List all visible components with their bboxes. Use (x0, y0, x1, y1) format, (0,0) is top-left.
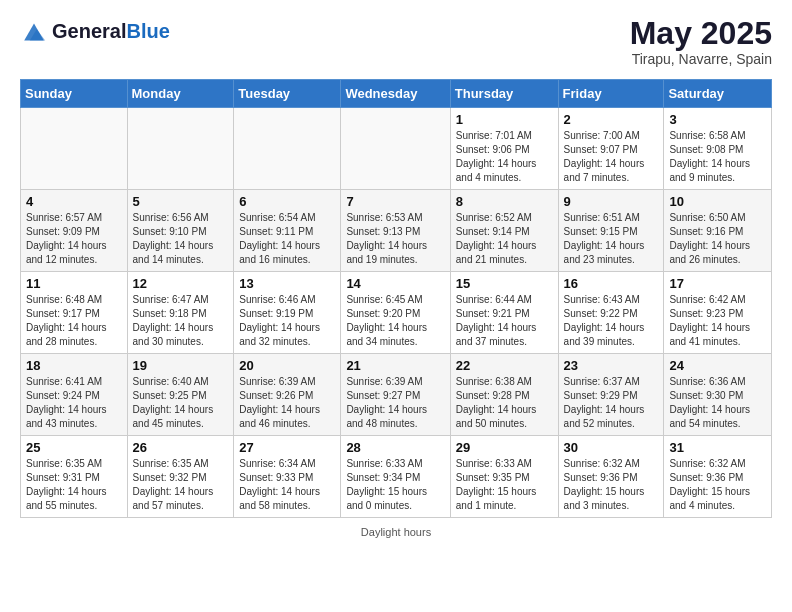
calendar-cell: 16Sunrise: 6:43 AM Sunset: 9:22 PM Dayli… (558, 272, 664, 354)
day-info: Sunrise: 6:39 AM Sunset: 9:26 PM Dayligh… (239, 375, 335, 431)
calendar-cell: 29Sunrise: 6:33 AM Sunset: 9:35 PM Dayli… (450, 436, 558, 518)
title-block: May 2025 Tirapu, Navarre, Spain (630, 16, 772, 67)
logo: GeneralBlue (20, 16, 170, 46)
day-number: 4 (26, 194, 122, 209)
day-info: Sunrise: 6:39 AM Sunset: 9:27 PM Dayligh… (346, 375, 444, 431)
calendar-cell: 19Sunrise: 6:40 AM Sunset: 9:25 PM Dayli… (127, 354, 234, 436)
calendar-cell: 8Sunrise: 6:52 AM Sunset: 9:14 PM Daylig… (450, 190, 558, 272)
day-number: 22 (456, 358, 553, 373)
calendar-header-saturday: Saturday (664, 80, 772, 108)
calendar-cell: 10Sunrise: 6:50 AM Sunset: 9:16 PM Dayli… (664, 190, 772, 272)
day-number: 18 (26, 358, 122, 373)
day-number: 10 (669, 194, 766, 209)
day-number: 31 (669, 440, 766, 455)
calendar-table: SundayMondayTuesdayWednesdayThursdayFrid… (20, 79, 772, 518)
calendar-cell: 1Sunrise: 7:01 AM Sunset: 9:06 PM Daylig… (450, 108, 558, 190)
calendar-cell (341, 108, 450, 190)
calendar-cell: 23Sunrise: 6:37 AM Sunset: 9:29 PM Dayli… (558, 354, 664, 436)
day-info: Sunrise: 6:32 AM Sunset: 9:36 PM Dayligh… (564, 457, 659, 513)
day-number: 19 (133, 358, 229, 373)
day-info: Sunrise: 6:58 AM Sunset: 9:08 PM Dayligh… (669, 129, 766, 185)
day-info: Sunrise: 6:46 AM Sunset: 9:19 PM Dayligh… (239, 293, 335, 349)
calendar-week-row: 18Sunrise: 6:41 AM Sunset: 9:24 PM Dayli… (21, 354, 772, 436)
day-number: 20 (239, 358, 335, 373)
calendar-cell: 7Sunrise: 6:53 AM Sunset: 9:13 PM Daylig… (341, 190, 450, 272)
calendar-cell: 5Sunrise: 6:56 AM Sunset: 9:10 PM Daylig… (127, 190, 234, 272)
calendar-header-thursday: Thursday (450, 80, 558, 108)
day-info: Sunrise: 6:56 AM Sunset: 9:10 PM Dayligh… (133, 211, 229, 267)
calendar-cell: 15Sunrise: 6:44 AM Sunset: 9:21 PM Dayli… (450, 272, 558, 354)
calendar-cell: 25Sunrise: 6:35 AM Sunset: 9:31 PM Dayli… (21, 436, 128, 518)
day-number: 21 (346, 358, 444, 373)
day-number: 15 (456, 276, 553, 291)
day-info: Sunrise: 6:53 AM Sunset: 9:13 PM Dayligh… (346, 211, 444, 267)
day-info: Sunrise: 6:57 AM Sunset: 9:09 PM Dayligh… (26, 211, 122, 267)
calendar-cell: 31Sunrise: 6:32 AM Sunset: 9:36 PM Dayli… (664, 436, 772, 518)
calendar-cell: 3Sunrise: 6:58 AM Sunset: 9:08 PM Daylig… (664, 108, 772, 190)
day-info: Sunrise: 6:54 AM Sunset: 9:11 PM Dayligh… (239, 211, 335, 267)
day-info: Sunrise: 6:35 AM Sunset: 9:31 PM Dayligh… (26, 457, 122, 513)
day-info: Sunrise: 6:38 AM Sunset: 9:28 PM Dayligh… (456, 375, 553, 431)
day-info: Sunrise: 6:52 AM Sunset: 9:14 PM Dayligh… (456, 211, 553, 267)
day-info: Sunrise: 7:00 AM Sunset: 9:07 PM Dayligh… (564, 129, 659, 185)
day-info: Sunrise: 6:51 AM Sunset: 9:15 PM Dayligh… (564, 211, 659, 267)
day-info: Sunrise: 6:50 AM Sunset: 9:16 PM Dayligh… (669, 211, 766, 267)
calendar-cell: 4Sunrise: 6:57 AM Sunset: 9:09 PM Daylig… (21, 190, 128, 272)
day-number: 17 (669, 276, 766, 291)
day-number: 28 (346, 440, 444, 455)
day-info: Sunrise: 6:33 AM Sunset: 9:34 PM Dayligh… (346, 457, 444, 513)
day-number: 5 (133, 194, 229, 209)
day-info: Sunrise: 6:34 AM Sunset: 9:33 PM Dayligh… (239, 457, 335, 513)
day-number: 6 (239, 194, 335, 209)
day-number: 7 (346, 194, 444, 209)
logo-icon (20, 18, 48, 46)
calendar-cell: 24Sunrise: 6:36 AM Sunset: 9:30 PM Dayli… (664, 354, 772, 436)
day-info: Sunrise: 6:45 AM Sunset: 9:20 PM Dayligh… (346, 293, 444, 349)
day-number: 16 (564, 276, 659, 291)
day-number: 11 (26, 276, 122, 291)
calendar-cell: 28Sunrise: 6:33 AM Sunset: 9:34 PM Dayli… (341, 436, 450, 518)
calendar-week-row: 11Sunrise: 6:48 AM Sunset: 9:17 PM Dayli… (21, 272, 772, 354)
calendar-cell: 11Sunrise: 6:48 AM Sunset: 9:17 PM Dayli… (21, 272, 128, 354)
logo-text: GeneralBlue (52, 20, 170, 42)
day-info: Sunrise: 6:36 AM Sunset: 9:30 PM Dayligh… (669, 375, 766, 431)
calendar-cell: 27Sunrise: 6:34 AM Sunset: 9:33 PM Dayli… (234, 436, 341, 518)
calendar-cell (127, 108, 234, 190)
day-info: Sunrise: 6:44 AM Sunset: 9:21 PM Dayligh… (456, 293, 553, 349)
calendar-cell (21, 108, 128, 190)
calendar-header-row: SundayMondayTuesdayWednesdayThursdayFrid… (21, 80, 772, 108)
day-info: Sunrise: 6:33 AM Sunset: 9:35 PM Dayligh… (456, 457, 553, 513)
day-number: 8 (456, 194, 553, 209)
day-number: 30 (564, 440, 659, 455)
calendar-week-row: 1Sunrise: 7:01 AM Sunset: 9:06 PM Daylig… (21, 108, 772, 190)
day-info: Sunrise: 7:01 AM Sunset: 9:06 PM Dayligh… (456, 129, 553, 185)
calendar-cell: 17Sunrise: 6:42 AM Sunset: 9:23 PM Dayli… (664, 272, 772, 354)
day-info: Sunrise: 6:40 AM Sunset: 9:25 PM Dayligh… (133, 375, 229, 431)
calendar-cell: 13Sunrise: 6:46 AM Sunset: 9:19 PM Dayli… (234, 272, 341, 354)
calendar-cell: 21Sunrise: 6:39 AM Sunset: 9:27 PM Dayli… (341, 354, 450, 436)
calendar-cell: 2Sunrise: 7:00 AM Sunset: 9:07 PM Daylig… (558, 108, 664, 190)
day-info: Sunrise: 6:42 AM Sunset: 9:23 PM Dayligh… (669, 293, 766, 349)
calendar-week-row: 4Sunrise: 6:57 AM Sunset: 9:09 PM Daylig… (21, 190, 772, 272)
calendar-header-friday: Friday (558, 80, 664, 108)
calendar-header-tuesday: Tuesday (234, 80, 341, 108)
day-number: 3 (669, 112, 766, 127)
day-number: 1 (456, 112, 553, 127)
day-number: 13 (239, 276, 335, 291)
day-number: 24 (669, 358, 766, 373)
calendar-cell: 14Sunrise: 6:45 AM Sunset: 9:20 PM Dayli… (341, 272, 450, 354)
calendar-cell: 22Sunrise: 6:38 AM Sunset: 9:28 PM Dayli… (450, 354, 558, 436)
calendar-week-row: 25Sunrise: 6:35 AM Sunset: 9:31 PM Dayli… (21, 436, 772, 518)
calendar-cell: 12Sunrise: 6:47 AM Sunset: 9:18 PM Dayli… (127, 272, 234, 354)
day-info: Sunrise: 6:48 AM Sunset: 9:17 PM Dayligh… (26, 293, 122, 349)
day-number: 12 (133, 276, 229, 291)
header: GeneralBlue May 2025 Tirapu, Navarre, Sp… (20, 16, 772, 67)
calendar-cell: 18Sunrise: 6:41 AM Sunset: 9:24 PM Dayli… (21, 354, 128, 436)
day-info: Sunrise: 6:43 AM Sunset: 9:22 PM Dayligh… (564, 293, 659, 349)
calendar-cell: 30Sunrise: 6:32 AM Sunset: 9:36 PM Dayli… (558, 436, 664, 518)
day-info: Sunrise: 6:37 AM Sunset: 9:29 PM Dayligh… (564, 375, 659, 431)
day-number: 29 (456, 440, 553, 455)
day-number: 25 (26, 440, 122, 455)
calendar-header-monday: Monday (127, 80, 234, 108)
page: GeneralBlue May 2025 Tirapu, Navarre, Sp… (0, 0, 792, 558)
